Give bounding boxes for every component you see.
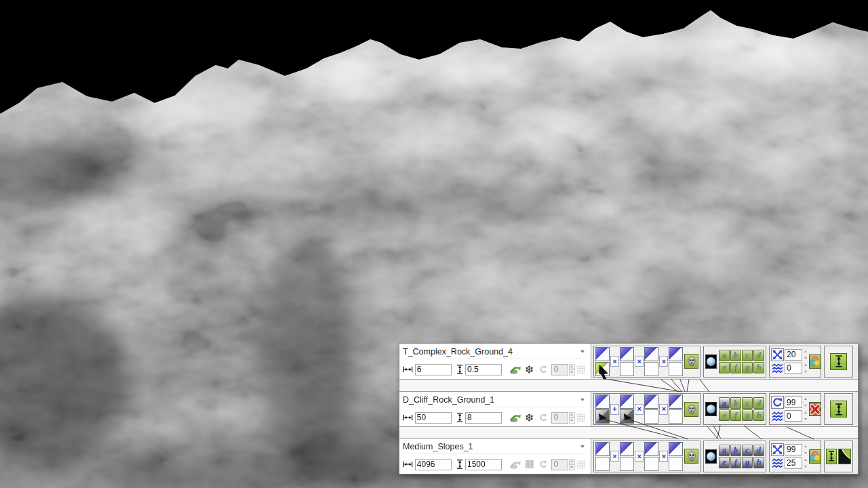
- channel-c-button[interactable]: c: [742, 350, 753, 361]
- rgb-circles-button[interactable]: [809, 449, 821, 464]
- grid-icon[interactable]: [577, 460, 585, 470]
- texture-slot-3[interactable]: [644, 394, 658, 424]
- shuffle-arrows-icon[interactable]: [771, 443, 784, 456]
- erosion-brush-icon[interactable]: [510, 364, 521, 375]
- layer-name-select[interactable]: T_Complex_Rock_Ground_4: [403, 347, 513, 357]
- channel-f-button[interactable]: f: [730, 409, 741, 421]
- chevron-down-icon[interactable]: [580, 350, 585, 353]
- iterations-input[interactable]: [551, 412, 568, 424]
- flow-value-input[interactable]: [785, 410, 802, 422]
- texture-slot-2[interactable]: [620, 347, 634, 376]
- skull-mask-button[interactable]: [684, 449, 698, 464]
- channel-f-button[interactable]: f: [730, 457, 741, 468]
- height-input[interactable]: [465, 412, 502, 424]
- channel-a-button[interactable]: a: [719, 350, 730, 361]
- blend-value-input[interactable]: [785, 444, 802, 455]
- height-range-button[interactable]: [826, 449, 837, 464]
- texture-slot-4[interactable]: [669, 394, 683, 424]
- channel-h-button[interactable]: h: [753, 362, 764, 373]
- rgb-circles-button[interactable]: [809, 354, 821, 369]
- channel-c-button[interactable]: c: [742, 445, 753, 456]
- waves-icon[interactable]: [771, 457, 784, 470]
- preview-sphere[interactable]: [705, 402, 717, 416]
- texture-slot-1[interactable]: [595, 347, 610, 376]
- height-input[interactable]: [465, 364, 502, 375]
- texture-slot-1[interactable]: [595, 442, 610, 471]
- grid-icon[interactable]: [577, 413, 585, 423]
- spin-up-button[interactable]: [569, 459, 575, 465]
- preview-sphere[interactable]: [705, 354, 717, 369]
- texture-slot-2[interactable]: [620, 442, 634, 471]
- remove-slot-button[interactable]: ×: [659, 356, 668, 367]
- iterations-input[interactable]: [551, 364, 568, 375]
- channel-c-button[interactable]: c: [742, 397, 753, 409]
- texture-slot-3[interactable]: [644, 347, 658, 376]
- mini-spinner[interactable]: [803, 363, 808, 374]
- undo-icon[interactable]: [538, 460, 547, 469]
- remove-slot-button[interactable]: ×: [659, 451, 668, 462]
- blend-value-input[interactable]: [785, 349, 802, 361]
- layer-name-select[interactable]: Medium_Slopes_1: [403, 442, 473, 451]
- layer-name-select[interactable]: D_Cliff_Rock_Ground_1: [403, 395, 494, 405]
- cluster-dots-icon[interactable]: [525, 364, 534, 375]
- width-input[interactable]: [415, 412, 452, 424]
- mini-spinner[interactable]: [803, 458, 808, 469]
- channel-e-button[interactable]: e: [719, 409, 730, 421]
- width-input[interactable]: [415, 459, 452, 470]
- channel-b-button[interactable]: b: [730, 350, 741, 361]
- mini-spinner[interactable]: [803, 349, 808, 361]
- spin-up-button[interactable]: [569, 364, 575, 370]
- spin-down-button[interactable]: [569, 464, 575, 470]
- channel-b-button[interactable]: b: [730, 445, 741, 456]
- red-x-button[interactable]: [809, 402, 821, 416]
- texture-slot-4[interactable]: [669, 442, 683, 471]
- channel-d-button[interactable]: d: [753, 445, 764, 456]
- spin-down-button[interactable]: [569, 418, 575, 424]
- shuffle-arrows-icon[interactable]: [771, 348, 784, 361]
- channel-g-button[interactable]: g: [742, 409, 753, 421]
- undo-icon[interactable]: [538, 413, 547, 422]
- add-slot-button[interactable]: +: [610, 404, 619, 415]
- remove-slot-button[interactable]: ×: [635, 404, 644, 415]
- channel-h-button[interactable]: h: [753, 409, 764, 421]
- blend-value-input[interactable]: [785, 396, 802, 408]
- chevron-down-icon[interactable]: [580, 445, 585, 448]
- channel-b-button[interactable]: b: [730, 397, 741, 409]
- height-range-button[interactable]: [830, 401, 847, 418]
- texture-slot-2[interactable]: f: [620, 394, 634, 424]
- spin-down-button[interactable]: [569, 369, 575, 375]
- flow-value-input[interactable]: [785, 363, 802, 374]
- remove-slot-button[interactable]: ×: [635, 451, 644, 462]
- mini-spinner[interactable]: [803, 410, 808, 422]
- erosion-brush-icon[interactable]: [510, 412, 521, 423]
- remove-slot-button[interactable]: ×: [610, 451, 619, 462]
- channel-a-button[interactable]: a: [719, 397, 730, 409]
- waves-icon[interactable]: [771, 362, 784, 375]
- channel-e-button[interactable]: e: [719, 362, 730, 373]
- grid-icon[interactable]: [577, 365, 585, 375]
- waves-icon[interactable]: [771, 409, 784, 422]
- remove-slot-button[interactable]: ×: [610, 356, 619, 367]
- spin-up-button[interactable]: [569, 412, 575, 418]
- channel-h-button[interactable]: h: [753, 457, 764, 468]
- skull-mask-button[interactable]: [684, 402, 698, 417]
- channel-d-button[interactable]: d: [753, 350, 764, 361]
- iterations-input[interactable]: [551, 459, 568, 470]
- texture-slot-1[interactable]: e: [595, 394, 610, 424]
- channel-f-button[interactable]: f: [730, 362, 741, 373]
- remove-slot-button[interactable]: ×: [659, 404, 668, 415]
- chevron-down-icon[interactable]: [580, 399, 585, 401]
- mini-spinner[interactable]: [803, 444, 808, 455]
- height-input[interactable]: [465, 459, 502, 470]
- height-range-button[interactable]: [830, 353, 847, 370]
- texture-slot-4[interactable]: [669, 347, 683, 376]
- channel-a-button[interactable]: a: [719, 445, 730, 456]
- remove-slot-button[interactable]: ×: [635, 356, 644, 367]
- channel-g-button[interactable]: g: [742, 457, 753, 468]
- preview-sphere[interactable]: [705, 449, 717, 464]
- cluster-dots-icon[interactable]: [525, 412, 534, 423]
- refresh-arrows-icon[interactable]: [771, 396, 784, 409]
- channel-d-button[interactable]: d: [753, 397, 764, 409]
- texture-slot-3[interactable]: [644, 442, 658, 471]
- channel-e-button[interactable]: e: [719, 457, 730, 468]
